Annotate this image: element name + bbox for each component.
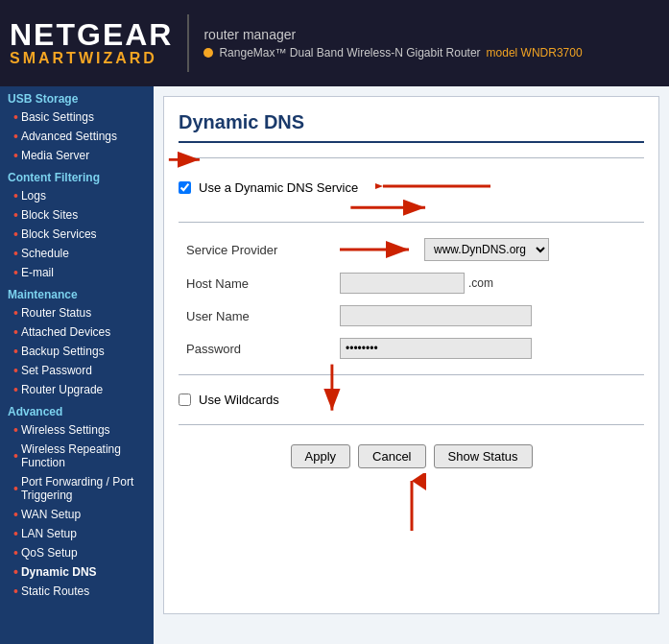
sidebar-section-content-filtering: Content Filtering [0,165,154,186]
user-name-row: User Name [179,299,644,332]
sidebar-label: Set Password [21,364,92,377]
logo: NETGEAR SMARTWIZARD [10,19,173,67]
router-model: model WNDR3700 [487,46,583,60]
section-divider-btn [179,424,644,425]
apply-button[interactable]: Apply [291,444,351,468]
sidebar-label: Block Sites [21,208,78,222]
arrow-to-apply [397,473,426,531]
bullet-icon: • [13,449,18,463]
sidebar-item-media-server[interactable]: • Media Server [0,146,154,165]
sidebar-label: Dynamic DNS [21,565,97,579]
sidebar-label: E-mail [21,266,54,279]
content-area: Dynamic DNS Use a Dynamic DNS Service [154,86,669,644]
service-provider-row: Service Provider [179,232,644,267]
content-panel: Dynamic DNS Use a Dynamic DNS Service [163,96,659,614]
section-divider-top [179,157,644,158]
com-suffix: .com [468,276,493,290]
use-wildcards-checkbox[interactable] [179,394,191,406]
main-layout: USB Storage • Basic Settings • Advanced … [0,86,669,644]
sidebar-section-advanced: Advanced [0,399,154,420]
sidebar-item-block-services[interactable]: • Block Services [0,225,154,244]
dns-service-checkbox[interactable] [179,181,191,194]
bullet-icon: • [13,247,18,260]
header-info: router manager RangeMax™ Dual Band Wirel… [203,27,582,60]
sidebar-item-wireless-repeating[interactable]: • Wireless Repeating Function [0,440,154,472]
sidebar-label: Advanced Settings [21,130,117,143]
sidebar-item-schedule[interactable]: • Schedule [0,244,154,263]
sidebar-item-dynamic-dns[interactable]: • Dynamic DNS [0,562,154,582]
sidebar-item-router-upgrade[interactable]: • Router Upgrade [0,380,154,399]
service-provider-select[interactable]: www.DynDNS.org [424,238,549,261]
bullet-icon: • [13,189,18,203]
sidebar-label: Static Routes [21,584,89,598]
host-name-label: Host Name [179,267,332,299]
sidebar-section-maintenance: Maintenance [0,282,154,303]
use-wildcards-label[interactable]: Use Wildcards [199,393,279,407]
sub-brand-name: SMARTWIZARD [10,50,173,67]
dns-service-row: Use a Dynamic DNS Service [179,168,644,207]
show-status-button[interactable]: Show Status [434,444,533,468]
header: NETGEAR SMARTWIZARD router manager Range… [0,0,669,86]
sidebar-label: Block Services [21,227,97,241]
sidebar-label: WAN Setup [21,508,81,521]
sidebar-item-wireless-settings[interactable]: • Wireless Settings [0,420,154,440]
sidebar: USB Storage • Basic Settings • Advanced … [0,86,154,644]
sidebar-item-email[interactable]: • E-mail [0,263,154,282]
sidebar-item-static-routes[interactable]: • Static Routes [0,582,154,601]
bullet-icon: • [13,266,18,279]
arrow-to-provider [340,240,417,259]
wildcard-row: Use Wildcards [179,385,644,415]
sidebar-item-set-password[interactable]: • Set Password [0,361,154,380]
page-title: Dynamic DNS [179,111,644,143]
bullet-icon: • [13,527,18,540]
user-name-label: User Name [179,299,332,332]
router-desc: RangeMax™ Dual Band Wireless-N Gigabit R… [219,46,480,60]
sidebar-label: Backup Settings [21,345,105,358]
sidebar-item-block-sites[interactable]: • Block Sites [0,205,154,225]
brand-name: NETGEAR [10,19,173,50]
bullet-icon: • [13,364,18,377]
service-provider-cell: www.DynDNS.org [332,232,644,267]
sidebar-item-logs[interactable]: • Logs [0,186,154,205]
sidebar-item-advanced-settings[interactable]: • Advanced Settings [0,127,154,146]
password-input[interactable] [340,338,532,359]
sidebar-label: Router Status [21,306,91,320]
button-row: Apply Cancel Show Status [179,444,644,468]
sidebar-label: QoS Setup [21,546,78,560]
service-provider-label: Service Provider [179,232,332,267]
bullet-icon: • [13,584,18,598]
password-cell [332,332,644,365]
bullet-icon: • [13,546,18,560]
password-label: Password [179,332,332,365]
sidebar-item-lan-setup[interactable]: • LAN Setup [0,524,154,543]
sidebar-item-qos-setup[interactable]: • QoS Setup [0,543,154,562]
section-divider-mid [179,222,644,223]
dns-service-label[interactable]: Use a Dynamic DNS Service [199,180,358,195]
sidebar-item-router-status[interactable]: • Router Status [0,303,154,322]
host-name-cell: .com [332,267,644,299]
sidebar-label: Basic Settings [21,110,94,124]
bullet-icon: • [13,565,18,579]
cancel-button[interactable]: Cancel [358,444,425,468]
password-row: Password [179,332,644,365]
bullet-icon: • [13,149,18,162]
sidebar-label: Port Forwarding / Port Triggering [21,475,146,502]
router-model-line: RangeMax™ Dual Band Wireless-N Gigabit R… [203,46,582,60]
bullet-icon: • [13,383,18,396]
sidebar-item-wan-setup[interactable]: • WAN Setup [0,505,154,524]
sidebar-item-backup-settings[interactable]: • Backup Settings [0,342,154,361]
status-dot [203,48,213,58]
sidebar-label: Router Upgrade [21,383,103,396]
bullet-icon: • [13,227,18,241]
user-name-input[interactable] [340,305,532,326]
sidebar-label: Attached Devices [21,325,110,339]
sidebar-item-attached-devices[interactable]: • Attached Devices [0,322,154,342]
sidebar-item-basic-settings[interactable]: • Basic Settings [0,107,154,127]
sidebar-item-port-forwarding[interactable]: • Port Forwarding / Port Triggering [0,472,154,505]
sidebar-label: LAN Setup [21,527,77,540]
arrow-to-apply-wrapper [179,473,644,531]
sidebar-label: Logs [21,189,46,203]
sidebar-section-usb: USB Storage [0,86,154,107]
sidebar-label: Schedule [21,247,69,260]
host-name-input[interactable] [340,273,465,294]
